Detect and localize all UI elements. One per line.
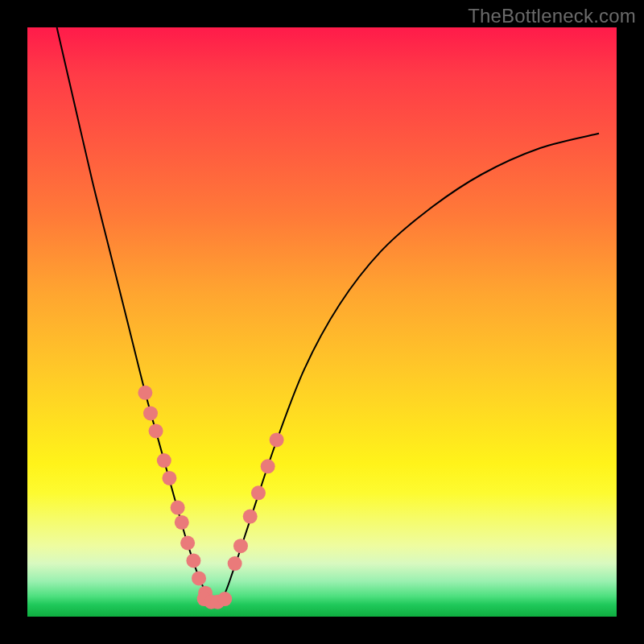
data-marker <box>149 423 163 438</box>
markers-left-group <box>138 386 213 601</box>
data-marker <box>192 571 206 585</box>
markers-bottom-group <box>197 592 233 609</box>
data-marker <box>143 406 158 420</box>
bottleneck-curve-path <box>57 27 599 602</box>
plot-area <box>27 27 617 617</box>
data-marker <box>162 471 176 485</box>
outer-frame: TheBottleneck.com <box>0 0 644 644</box>
chart-svg <box>27 27 617 617</box>
data-marker <box>157 453 171 468</box>
data-marker <box>270 432 284 447</box>
watermark-text: TheBottleneck.com <box>468 5 636 27</box>
data-marker <box>138 386 152 400</box>
data-marker <box>228 556 242 571</box>
data-marker <box>175 515 189 530</box>
data-marker <box>233 539 248 553</box>
data-marker <box>251 485 266 500</box>
data-marker <box>217 592 232 606</box>
data-marker <box>186 553 200 568</box>
data-marker <box>171 501 185 515</box>
data-marker <box>180 536 195 551</box>
data-marker <box>243 510 258 524</box>
data-marker <box>261 459 275 473</box>
